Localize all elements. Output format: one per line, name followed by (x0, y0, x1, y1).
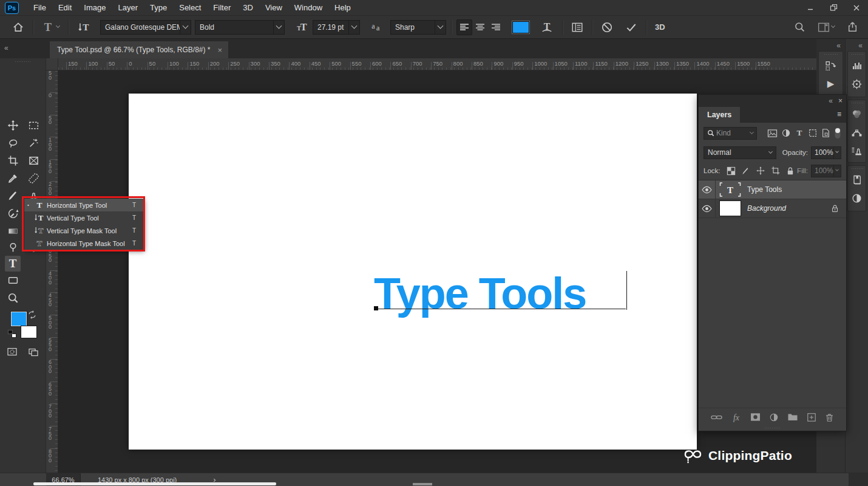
layer-effects-icon[interactable]: fx (731, 412, 742, 422)
share-button[interactable] (843, 18, 862, 36)
add-mask-icon[interactable] (750, 412, 761, 422)
tab-layers[interactable]: Layers (699, 107, 740, 123)
dodge-tool[interactable] (5, 239, 21, 255)
chevron-down-icon[interactable] (833, 165, 841, 177)
screen-mode-button[interactable] (25, 344, 41, 360)
cancel-edit-button[interactable] (597, 18, 617, 36)
dock-grip[interactable] (851, 102, 863, 104)
crop-tool[interactable] (5, 152, 21, 168)
chevron-down-icon[interactable] (348, 21, 359, 34)
libraries-panel-icon[interactable] (848, 171, 866, 189)
delete-layer-icon[interactable] (825, 412, 834, 422)
collapse-dock-icon[interactable]: « (858, 41, 862, 50)
dock-grip[interactable] (851, 53, 863, 55)
brush-tool[interactable] (5, 188, 21, 204)
chevron-down-icon[interactable] (747, 128, 756, 139)
link-layers-icon[interactable] (711, 413, 722, 422)
lock-position-icon[interactable] (756, 166, 765, 176)
filter-toggle-switch[interactable] (834, 126, 841, 140)
new-group-icon[interactable] (787, 412, 798, 422)
font-size-select[interactable]: 27.19 pt (313, 20, 360, 35)
chevron-down-icon[interactable] (180, 21, 191, 34)
lock-pixels-icon[interactable] (741, 166, 750, 176)
layer-row-background[interactable]: Background (699, 199, 846, 218)
eyedropper-tool[interactable] (5, 170, 21, 186)
layer-visibility-eye-icon[interactable] (699, 199, 716, 217)
filter-adjustment-icon[interactable] (781, 128, 791, 138)
flyout-item-horizontal-type-mask[interactable]: T Horizontal Type Mask Tool T (24, 237, 143, 250)
menu-type[interactable]: Type (144, 0, 173, 16)
baseline-handle[interactable] (374, 306, 378, 310)
panel-menu-icon[interactable]: ≡ (837, 110, 841, 118)
font-style-select[interactable]: Bold (195, 20, 285, 35)
collapse-panel-icon[interactable]: « (829, 97, 832, 105)
opacity-select[interactable]: 100% (811, 146, 841, 159)
workspace-switcher-button[interactable] (814, 18, 838, 36)
lock-transparency-icon[interactable] (727, 166, 736, 176)
flyout-item-horizontal-type[interactable]: ▪ T Horizontal Type Tool T (24, 199, 143, 211)
toggle-panels-button[interactable] (568, 18, 587, 36)
3d-button[interactable]: 3D (651, 18, 669, 36)
filter-smart-object-icon[interactable] (821, 128, 830, 138)
vertical-ruler[interactable]: 5 005 01 0 01 5 02 0 02 5 03 0 03 5 04 0… (46, 70, 58, 473)
blend-mode-select[interactable]: Normal (704, 146, 776, 159)
lock-artboard-icon[interactable] (771, 166, 781, 176)
color-panel-icon[interactable] (848, 105, 866, 123)
chevron-down-icon[interactable] (766, 147, 776, 159)
commit-edit-button[interactable] (622, 18, 641, 36)
background-layer-thumbnail[interactable] (719, 200, 741, 216)
gradient-tool[interactable] (5, 223, 21, 239)
dock-grip[interactable] (851, 168, 863, 169)
filter-type-icon[interactable]: T (795, 128, 804, 138)
panel-resize-grip[interactable] (764, 427, 781, 429)
toolbar-grip[interactable] (15, 61, 32, 63)
foreground-color-swatch[interactable] (11, 312, 27, 326)
filter-image-icon[interactable] (767, 129, 778, 138)
add-adjustment-icon[interactable] (769, 412, 779, 422)
history-panel-icon[interactable] (819, 56, 843, 75)
default-colors-icon[interactable] (8, 330, 16, 338)
menu-help[interactable]: Help (328, 0, 357, 16)
horizontal-scrollbar-thumb[interactable] (33, 482, 276, 485)
collapse-sidebar-icon[interactable]: « (4, 44, 8, 52)
chevron-down-icon[interactable] (435, 21, 446, 34)
filter-shape-icon[interactable] (808, 128, 818, 138)
new-layer-icon[interactable] (807, 412, 816, 422)
menu-view[interactable]: View (259, 0, 288, 16)
restore-button[interactable] (822, 0, 845, 16)
menu-edit[interactable]: Edit (52, 0, 78, 16)
menu-layer[interactable]: Layer (112, 0, 144, 16)
text-color-swatch[interactable] (512, 21, 529, 33)
fill-select[interactable]: 100% (811, 165, 841, 177)
actions-panel-icon[interactable]: ▶ (819, 75, 843, 93)
canvas-type-text[interactable]: Type Tools (374, 269, 586, 318)
filter-kind-select[interactable]: Kind (704, 127, 757, 140)
paths-panel-icon[interactable] (848, 123, 866, 142)
ruler-origin[interactable] (46, 58, 58, 70)
warp-text-button[interactable]: T (537, 18, 557, 36)
flyout-item-vertical-type[interactable]: T Vertical Type Tool T (24, 211, 143, 224)
align-center-button[interactable] (472, 19, 488, 35)
chevron-down-icon[interactable] (273, 21, 284, 34)
collapse-dock-icon[interactable]: « (836, 41, 840, 50)
layer-name[interactable]: Type Tools (747, 185, 782, 194)
background-color-swatch[interactable] (21, 326, 37, 338)
navigator-panel-icon[interactable] (848, 75, 866, 93)
close-tab-icon[interactable]: × (218, 46, 223, 55)
history-brush-tool[interactable] (5, 205, 21, 221)
quick-mask-button[interactable] (4, 344, 20, 360)
layer-row-type-tools[interactable]: T Type Tools (699, 180, 846, 199)
menu-image[interactable]: Image (78, 0, 112, 16)
menu-filter[interactable]: Filter (207, 0, 237, 16)
font-family-select[interactable]: Galano Grotesque DEMO (100, 20, 191, 35)
close-button[interactable] (845, 0, 868, 16)
layer-visibility-eye-icon[interactable] (699, 180, 716, 199)
home-button[interactable] (8, 18, 28, 36)
magic-wand-tool[interactable] (25, 135, 41, 151)
text-orientation-button[interactable]: T (73, 18, 94, 36)
chevron-down-icon[interactable] (833, 147, 841, 159)
menu-window[interactable]: Window (288, 0, 328, 16)
move-tool[interactable] (5, 117, 21, 133)
dock-grip[interactable] (824, 53, 838, 55)
scrollbar-fragment[interactable] (413, 483, 432, 485)
